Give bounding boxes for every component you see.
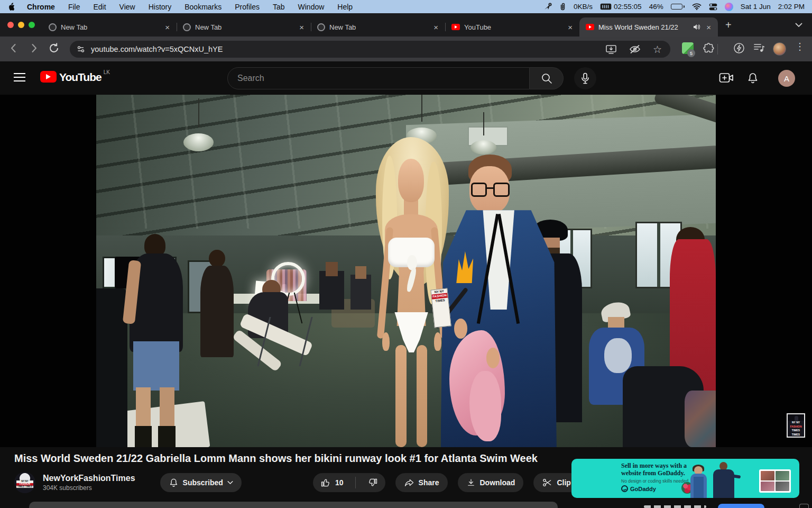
menu-bar-time[interactable]: 2:02 PM [778, 3, 805, 11]
ceiling-lamp [465, 112, 502, 155]
reload-button[interactable] [48, 42, 60, 55]
control-center-icon[interactable] [709, 3, 717, 11]
menu-bookmarks[interactable]: Bookmarks [184, 3, 222, 11]
youtube-logo[interactable]: YouTube LK [40, 71, 110, 84]
account-avatar[interactable]: A [778, 70, 795, 87]
timer-value: 02:55:05 [614, 3, 642, 11]
bell-icon [746, 72, 759, 85]
subscribed-button[interactable]: Subscribed [160, 473, 242, 492]
new-tab-favicon [317, 23, 325, 31]
tab-youtube[interactable]: YouTube × [445, 17, 579, 37]
extensions-puzzle-icon[interactable] [703, 42, 715, 55]
ad-cta-button-clipped[interactable] [718, 504, 764, 508]
battery-icon[interactable] [671, 4, 685, 10]
tab-search-chevron-icon[interactable] [795, 23, 802, 28]
menu-edit[interactable]: Edit [93, 3, 106, 11]
subscriber-count: 304K subscribers [43, 484, 135, 492]
close-tab-icon[interactable]: × [298, 23, 306, 32]
zoom-window-button[interactable] [29, 22, 35, 28]
glasses [471, 183, 510, 197]
menu-help[interactable]: Help [337, 3, 353, 11]
ad-info-chip-clipped [799, 504, 809, 508]
tab-new-tab-2[interactable]: New Tab × [177, 17, 311, 37]
download-button[interactable]: Download [458, 473, 524, 492]
media-controls-icon[interactable] [753, 42, 765, 53]
tab-active-video[interactable]: Miss World Sweden 21/22 × [579, 17, 718, 37]
youtube-play-icon [40, 71, 57, 83]
chrome-profile-avatar[interactable] [773, 42, 786, 56]
search-button[interactable] [530, 67, 564, 89]
new-tab-button[interactable]: + [718, 19, 739, 31]
dislike-button[interactable] [360, 473, 385, 492]
channel-row: NY NY FASHION TIMES TIMES NewYorkFashion… [14, 470, 242, 495]
battery-saver-icon[interactable] [733, 42, 745, 55]
like-dislike-pill: 10 [313, 473, 385, 492]
scissors-icon [542, 477, 552, 488]
voice-search-button[interactable] [574, 67, 596, 89]
description-panel-edge[interactable] [29, 502, 558, 508]
channel-avatar[interactable]: NY NY FASHION TIMES TIMES [14, 472, 35, 493]
channel-watermark[interactable]: NY NY FASHION TIMES TIMES [787, 413, 805, 438]
crowd-silhouette [350, 275, 372, 310]
youtube-favicon [586, 24, 594, 30]
tab-new-tab-3[interactable]: New Tab × [311, 17, 445, 37]
close-tab-icon[interactable]: × [566, 23, 574, 32]
video-title: Miss World Sweden 21/22 Gabriella Lomm M… [14, 452, 564, 465]
mic-icon [580, 72, 590, 84]
paperclip-icon[interactable] [559, 2, 566, 11]
ad-man-figure [712, 462, 735, 498]
close-tab-icon[interactable]: × [432, 23, 440, 32]
create-button[interactable] [719, 72, 734, 84]
like-button[interactable]: 10 [313, 473, 351, 492]
url-text[interactable]: youtube.com/watch?v=5xQCNxU_hYE [91, 45, 605, 53]
crowd-silhouette [96, 288, 127, 447]
bookmark-star-icon[interactable]: ☆ [653, 43, 662, 56]
close-tab-icon[interactable]: × [705, 23, 713, 32]
share-icon [404, 477, 414, 488]
menu-chrome[interactable]: Chrome [27, 3, 55, 11]
timer-widget[interactable]: 02:55:05 [600, 3, 642, 11]
menu-file[interactable]: File [68, 3, 80, 11]
wifi-icon[interactable] [692, 3, 702, 10]
ad-woman-figure [689, 466, 708, 498]
chrome-toolbar: youtube.com/watch?v=5xQCNxU_hYE ☆ 5 ⋮ [0, 37, 812, 61]
guide-menu-icon[interactable] [14, 73, 25, 84]
menu-view[interactable]: View [119, 3, 135, 11]
menu-history[interactable]: History [149, 3, 172, 11]
window-controls [7, 22, 35, 28]
menu-window[interactable]: Window [298, 3, 325, 11]
network-speed[interactable]: 0KB/s [574, 3, 593, 11]
close-window-button[interactable] [7, 22, 14, 28]
extension-badge: 5 [687, 49, 695, 57]
forward-button[interactable] [27, 42, 40, 55]
siri-icon[interactable] [725, 3, 733, 11]
tab-new-tab-1[interactable]: New Tab × [42, 17, 177, 37]
chrome-menu-kebab-icon[interactable]: ⋮ [795, 41, 805, 52]
menu-bar-date[interactable]: Sat 1 Jun [741, 3, 771, 11]
preview-eye-off-icon[interactable] [629, 44, 641, 55]
address-bar[interactable]: youtube.com/watch?v=5xQCNxU_hYE ☆ [70, 41, 670, 58]
download-icon [466, 478, 476, 487]
back-button[interactable] [7, 42, 20, 55]
notifications-button[interactable] [746, 72, 759, 85]
minimize-window-button[interactable] [18, 22, 24, 28]
youtube-page: YouTube LK Search A [0, 61, 812, 508]
crowd-silhouette [209, 250, 225, 267]
menu-profiles[interactable]: Profiles [235, 3, 260, 11]
menu-tab[interactable]: Tab [273, 3, 285, 11]
location-icon[interactable] [543, 3, 552, 11]
share-button[interactable]: Share [395, 473, 448, 492]
apple-menu-icon[interactable] [7, 2, 15, 11]
video-actions: 10 Share Download Clip [313, 470, 579, 495]
channel-name[interactable]: NewYorkFashionTimes [43, 474, 135, 483]
chrome-tab-strip: New Tab × New Tab × New Tab × YouTube × … [0, 13, 812, 37]
tab-audio-icon[interactable] [693, 24, 700, 30]
search-input[interactable]: Search [227, 67, 530, 89]
video-player[interactable]: NY NY FASHION TIMES [96, 95, 716, 447]
godaddy-ad-banner[interactable]: Sell in more ways with a website from Go… [571, 459, 799, 498]
mic-flag: NY NY FASHION TIMES [430, 288, 451, 328]
close-tab-icon[interactable]: × [163, 23, 171, 32]
site-info-icon[interactable] [76, 44, 86, 54]
crowd-silhouette [319, 271, 344, 310]
install-app-icon[interactable] [605, 44, 617, 55]
